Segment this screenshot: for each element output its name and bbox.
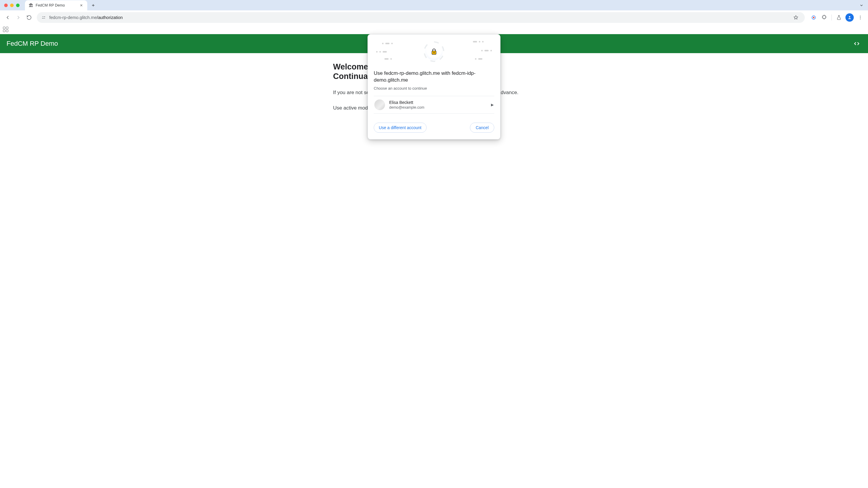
back-button[interactable] [3,13,12,22]
tab-title: FedCM RP Demo [36,3,76,7]
reload-button[interactable] [24,13,34,22]
dialog-actions: Use a different account Cancel [374,123,494,133]
svg-rect-10 [432,51,436,55]
decor-dots [384,58,392,60]
url-text: fedcm-rp-demo.glitch.me/authorization [49,15,123,20]
svg-rect-12 [434,53,434,54]
decor-dots [382,43,393,44]
decor-dots [473,41,484,42]
window-minimize-button[interactable] [10,4,14,7]
page-viewport: FedCM RP Demo Welcome to FedCM RP Demo! … [0,34,868,488]
code-icon[interactable] [852,39,862,49]
forward-button[interactable] [14,13,23,22]
decor-dots [481,50,492,51]
bookmarks-bar [0,25,868,34]
toolbar-separator [832,14,832,21]
avatar-icon [845,13,854,22]
tab-close-button[interactable] [79,3,84,8]
cancel-button[interactable]: Cancel [470,123,494,133]
svg-rect-1 [43,17,45,17]
svg-point-8 [860,17,861,18]
dialog-title: Use fedcm-rp-demo.glitch.me with fedcm-i… [374,70,494,84]
avatar [374,99,385,110]
decor-dots [475,58,483,60]
tab-overflow-area [857,0,868,10]
browser-tab-strip: FedCM RP Demo [0,0,868,10]
fedcm-dialog: Use fedcm-rp-demo.glitch.me with fedcm-i… [368,34,500,140]
labs-icon[interactable] [834,13,844,22]
svg-point-7 [860,16,861,16]
extensions-icon[interactable] [819,13,829,22]
account-email: demo@example.com [389,105,487,110]
dialog-subtitle: Choose an account to continue [374,86,494,91]
svg-rect-3 [42,18,44,19]
toolbar-actions [808,13,865,22]
profile-button[interactable] [845,13,854,22]
decor-dots [376,51,387,53]
svg-point-2 [44,18,45,19]
use-different-account-button[interactable]: Use a different account [374,123,427,133]
svg-point-11 [433,52,434,53]
account-name: Elisa Beckett [389,100,487,105]
window-maximize-button[interactable] [16,4,20,7]
svg-point-9 [860,19,861,19]
chevron-right-icon: ▶ [491,103,494,107]
account-option[interactable]: Elisa Beckett demo@example.com ▶ [374,96,494,114]
browser-toolbar: fedcm-rp-demo.glitch.me/authorization [0,10,868,25]
chevron-down-icon[interactable] [857,1,866,9]
dialog-hero [368,34,500,69]
svg-point-5 [813,17,814,19]
bookmark-star-icon[interactable] [791,13,801,22]
bank-icon [29,3,33,8]
address-bar[interactable]: fedcm-rp-demo.glitch.me/authorization [37,12,805,23]
dialog-body: Use fedcm-rp-demo.glitch.me with fedcm-i… [368,69,500,139]
svg-point-0 [42,16,43,17]
tab-active[interactable]: FedCM RP Demo [25,0,87,10]
svg-point-6 [849,16,850,18]
apps-grid-icon[interactable] [3,27,8,32]
new-tab-button[interactable] [89,1,97,9]
app-title: FedCM RP Demo [6,40,58,48]
extension-lens-icon[interactable] [809,13,818,22]
chrome-menu-button[interactable] [856,13,865,22]
account-info: Elisa Beckett demo@example.com [389,100,487,110]
window-controls [2,0,22,10]
lock-badge-icon [425,43,443,60]
tabs: FedCM RP Demo [25,0,97,10]
site-controls-icon[interactable] [41,15,46,20]
window-close-button[interactable] [4,4,8,7]
